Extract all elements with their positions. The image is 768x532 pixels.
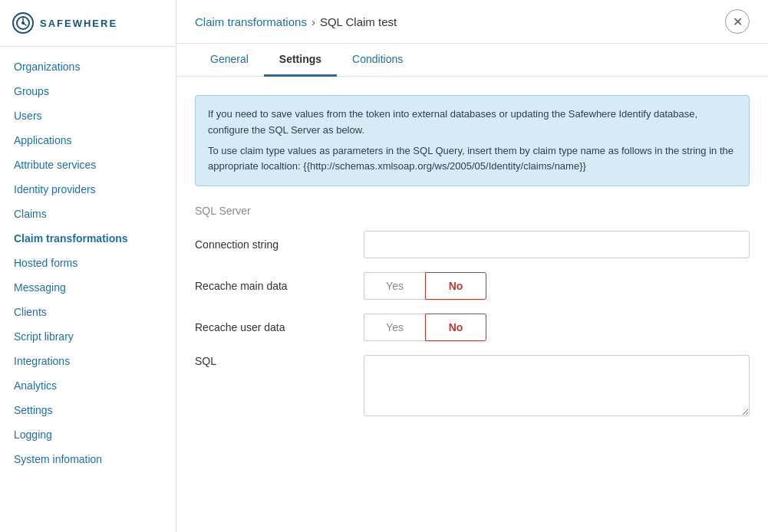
recache-user-data-no-button[interactable]: No: [425, 314, 486, 341]
connection-string-row: Connection string: [195, 231, 750, 258]
content-area: If you need to save values from the toke…: [176, 77, 768, 532]
tab-general[interactable]: General: [195, 44, 264, 77]
breadcrumb-link[interactable]: Claim transformations: [195, 15, 307, 28]
sql-input[interactable]: [364, 355, 750, 416]
sidebar-item-logging[interactable]: Logging: [0, 422, 176, 447]
sidebar-item-messaging[interactable]: Messaging: [0, 275, 176, 300]
recache-user-data-label: Recache user data: [195, 321, 364, 333]
svg-point-1: [21, 21, 25, 25]
sidebar-item-system-information[interactable]: System infomation: [0, 447, 176, 471]
top-header: Claim transformations › SQL Claim test ✕: [176, 0, 768, 44]
close-button[interactable]: ✕: [725, 9, 750, 34]
sql-row: SQL: [195, 355, 750, 416]
connection-string-input[interactable]: [364, 231, 750, 258]
recache-user-data-row: Recache user data Yes No: [195, 314, 750, 341]
logo: SAFEWHERE: [12, 12, 117, 34]
section-title: SQL Server: [195, 205, 750, 217]
recache-main-data-no-button[interactable]: No: [425, 272, 486, 300]
sql-label: SQL: [195, 355, 364, 367]
sidebar-header: SAFEWHERE: [0, 0, 176, 47]
sidebar-item-integrations[interactable]: Integrations: [0, 349, 176, 373]
tab-conditions[interactable]: Conditions: [337, 44, 418, 77]
breadcrumb: Claim transformations › SQL Claim test: [195, 15, 397, 28]
recache-user-data-yes-button[interactable]: Yes: [364, 314, 425, 341]
sidebar-item-clients[interactable]: Clients: [0, 300, 176, 324]
connection-string-label: Connection string: [195, 238, 364, 251]
recache-main-data-label: Recache main data: [195, 280, 364, 292]
sidebar-nav: Organizations Groups Users Applications …: [0, 47, 176, 479]
tab-settings[interactable]: Settings: [264, 44, 337, 77]
info-line2: To use claim type values as parameters i…: [208, 143, 737, 176]
sidebar-item-claim-transformations[interactable]: Claim transformations: [0, 226, 176, 251]
sidebar-item-users[interactable]: Users: [0, 103, 176, 128]
logo-icon: [12, 12, 34, 34]
sidebar-item-hosted-forms[interactable]: Hosted forms: [0, 251, 176, 275]
recache-user-data-toggle: Yes No: [364, 314, 486, 341]
sidebar-item-applications[interactable]: Applications: [0, 128, 176, 153]
breadcrumb-current: SQL Claim test: [320, 15, 397, 28]
sidebar-item-attribute-services[interactable]: Attribute services: [0, 153, 176, 177]
sidebar-item-claims[interactable]: Claims: [0, 202, 176, 226]
sidebar-item-identity-providers[interactable]: Identity providers: [0, 177, 176, 202]
sidebar-item-settings[interactable]: Settings: [0, 398, 176, 422]
logo-text: SAFEWHERE: [40, 18, 117, 29]
recache-main-data-row: Recache main data Yes No: [195, 272, 750, 300]
sidebar-item-script-library[interactable]: Script library: [0, 324, 176, 349]
breadcrumb-separator: ›: [311, 15, 315, 28]
info-line1: If you need to save values from the toke…: [208, 107, 737, 139]
recache-main-data-yes-button[interactable]: Yes: [364, 272, 425, 300]
sidebar-item-organizations[interactable]: Organizations: [0, 54, 176, 79]
sidebar-item-analytics[interactable]: Analytics: [0, 373, 176, 398]
recache-main-data-toggle: Yes No: [364, 272, 486, 300]
info-box: If you need to save values from the toke…: [195, 95, 750, 186]
sidebar: SAFEWHERE Organizations Groups Users App…: [0, 0, 176, 532]
sidebar-item-groups[interactable]: Groups: [0, 79, 176, 103]
main-content: Claim transformations › SQL Claim test ✕…: [176, 0, 768, 532]
tabs-bar: General Settings Conditions: [176, 44, 768, 77]
